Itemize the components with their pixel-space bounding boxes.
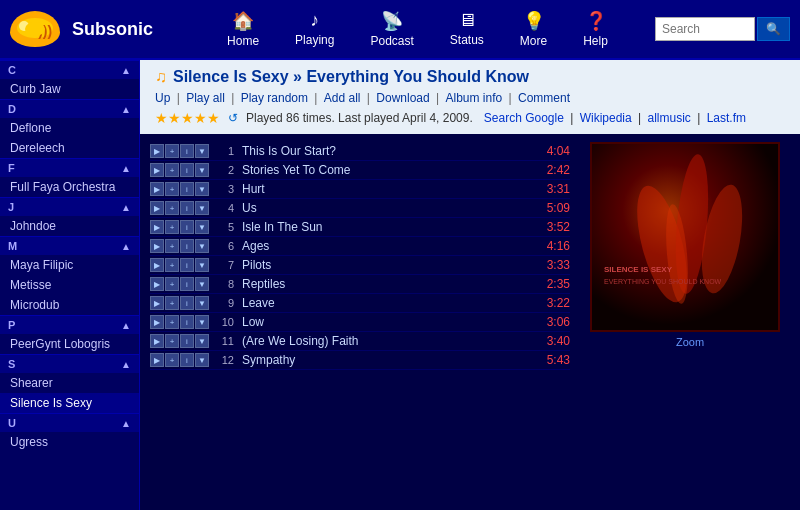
action-play-random[interactable]: Play random xyxy=(241,91,308,105)
track-add-btn[interactable]: + xyxy=(165,182,179,196)
sidebar-up-c[interactable]: ▲ xyxy=(121,65,131,76)
track-more-btn[interactable]: ▼ xyxy=(195,144,209,158)
track-add-btn[interactable]: + xyxy=(165,334,179,348)
track-add-btn[interactable]: + xyxy=(165,201,179,215)
sidebar-item-shearer[interactable]: Shearer xyxy=(0,373,139,393)
track-add-btn[interactable]: + xyxy=(165,353,179,367)
sidebar-item-johndoe[interactable]: Johndoe xyxy=(0,216,139,236)
track-info-btn[interactable]: i xyxy=(180,315,194,329)
track-more-btn[interactable]: ▼ xyxy=(195,277,209,291)
action-download[interactable]: Download xyxy=(376,91,429,105)
sidebar-up-u[interactable]: ▲ xyxy=(121,418,131,429)
track-play-btn[interactable]: ▶ xyxy=(150,201,164,215)
track-info-btn[interactable]: i xyxy=(180,353,194,367)
track-more-btn[interactable]: ▼ xyxy=(195,182,209,196)
track-play-btn[interactable]: ▶ xyxy=(150,353,164,367)
track-name[interactable]: Isle In The Sun xyxy=(242,220,525,234)
sidebar-up-f[interactable]: ▲ xyxy=(121,163,131,174)
track-more-btn[interactable]: ▼ xyxy=(195,163,209,177)
sidebar-up-m[interactable]: ▲ xyxy=(121,241,131,252)
track-more-btn[interactable]: ▼ xyxy=(195,239,209,253)
track-info-btn[interactable]: i xyxy=(180,296,194,310)
sidebar-item-microdub[interactable]: Microdub xyxy=(0,295,139,315)
track-add-btn[interactable]: + xyxy=(165,144,179,158)
track-info-btn[interactable]: i xyxy=(180,163,194,177)
zoom-link[interactable]: Zoom xyxy=(590,336,790,348)
sidebar-item-metisse[interactable]: Metisse xyxy=(0,275,139,295)
track-info-btn[interactable]: i xyxy=(180,201,194,215)
link-wikipedia[interactable]: Wikipedia xyxy=(580,111,632,125)
track-more-btn[interactable]: ▼ xyxy=(195,258,209,272)
nav-help[interactable]: ❓ Help xyxy=(565,5,626,53)
track-more-btn[interactable]: ▼ xyxy=(195,353,209,367)
refresh-icon[interactable]: ↺ xyxy=(228,111,238,125)
track-play-btn[interactable]: ▶ xyxy=(150,239,164,253)
track-info-btn[interactable]: i xyxy=(180,239,194,253)
track-info-btn[interactable]: i xyxy=(180,277,194,291)
track-add-btn[interactable]: + xyxy=(165,258,179,272)
track-play-btn[interactable]: ▶ xyxy=(150,163,164,177)
track-info-btn[interactable]: i xyxy=(180,220,194,234)
track-name[interactable]: Us xyxy=(242,201,525,215)
nav-more[interactable]: 💡 More xyxy=(502,5,565,53)
track-info-btn[interactable]: i xyxy=(180,182,194,196)
sidebar-item-fullfaya[interactable]: Full Faya Orchestra xyxy=(0,177,139,197)
sidebar-up-s[interactable]: ▲ xyxy=(121,359,131,370)
action-play-all[interactable]: Play all xyxy=(186,91,225,105)
track-more-btn[interactable]: ▼ xyxy=(195,220,209,234)
sidebar-up-p[interactable]: ▲ xyxy=(121,320,131,331)
sidebar-item-mayafilipic[interactable]: Maya Filipic xyxy=(0,255,139,275)
sidebar-up-d[interactable]: ▲ xyxy=(121,104,131,115)
track-more-btn[interactable]: ▼ xyxy=(195,201,209,215)
sidebar-item-deflone[interactable]: Deflone xyxy=(0,118,139,138)
sidebar-item-ugress[interactable]: Ugress xyxy=(0,432,139,452)
album-stars[interactable]: ★★★★★ xyxy=(155,110,220,126)
track-add-btn[interactable]: + xyxy=(165,296,179,310)
track-add-btn[interactable]: + xyxy=(165,163,179,177)
track-more-btn[interactable]: ▼ xyxy=(195,315,209,329)
track-add-btn[interactable]: + xyxy=(165,315,179,329)
nav-home[interactable]: 🏠 Home xyxy=(209,5,277,53)
track-name[interactable]: Hurt xyxy=(242,182,525,196)
nav-status[interactable]: 🖥 Status xyxy=(432,5,502,53)
action-up[interactable]: Up xyxy=(155,91,170,105)
track-play-btn[interactable]: ▶ xyxy=(150,296,164,310)
track-name[interactable]: Stories Yet To Come xyxy=(242,163,525,177)
action-comment[interactable]: Comment xyxy=(518,91,570,105)
track-play-btn[interactable]: ▶ xyxy=(150,182,164,196)
sidebar-item-curbjaw[interactable]: Curb Jaw xyxy=(0,79,139,99)
track-play-btn[interactable]: ▶ xyxy=(150,277,164,291)
sidebar-up-j[interactable]: ▲ xyxy=(121,202,131,213)
track-play-btn[interactable]: ▶ xyxy=(150,258,164,272)
track-name[interactable]: Sympathy xyxy=(242,353,525,367)
track-add-btn[interactable]: + xyxy=(165,220,179,234)
track-info-btn[interactable]: i xyxy=(180,144,194,158)
nav-playing[interactable]: ♪ Playing xyxy=(277,5,352,53)
link-allmusic[interactable]: allmusic xyxy=(648,111,691,125)
track-play-btn[interactable]: ▶ xyxy=(150,220,164,234)
track-name[interactable]: Leave xyxy=(242,296,525,310)
search-button[interactable]: 🔍 xyxy=(757,17,790,41)
track-play-btn[interactable]: ▶ xyxy=(150,334,164,348)
track-name[interactable]: Pilots xyxy=(242,258,525,272)
nav-podcast[interactable]: 📡 Podcast xyxy=(352,5,431,53)
link-lastfm[interactable]: Last.fm xyxy=(707,111,746,125)
track-add-btn[interactable]: + xyxy=(165,239,179,253)
track-name[interactable]: Low xyxy=(242,315,525,329)
link-google[interactable]: Search Google xyxy=(484,111,564,125)
track-play-btn[interactable]: ▶ xyxy=(150,144,164,158)
action-album-info[interactable]: Album info xyxy=(445,91,502,105)
track-play-btn[interactable]: ▶ xyxy=(150,315,164,329)
track-name[interactable]: Reptiles xyxy=(242,277,525,291)
track-info-btn[interactable]: i xyxy=(180,258,194,272)
sidebar-item-dereleech[interactable]: Dereleech xyxy=(0,138,139,158)
track-add-btn[interactable]: + xyxy=(165,277,179,291)
track-name[interactable]: Ages xyxy=(242,239,525,253)
track-info-btn[interactable]: i xyxy=(180,334,194,348)
track-more-btn[interactable]: ▼ xyxy=(195,296,209,310)
track-name[interactable]: (Are We Losing) Faith xyxy=(242,334,525,348)
track-more-btn[interactable]: ▼ xyxy=(195,334,209,348)
sidebar-item-silenceissexy[interactable]: Silence Is Sexy xyxy=(0,393,139,413)
action-add-all[interactable]: Add all xyxy=(324,91,361,105)
sidebar-item-peergynt[interactable]: PeerGynt Lobogris xyxy=(0,334,139,354)
